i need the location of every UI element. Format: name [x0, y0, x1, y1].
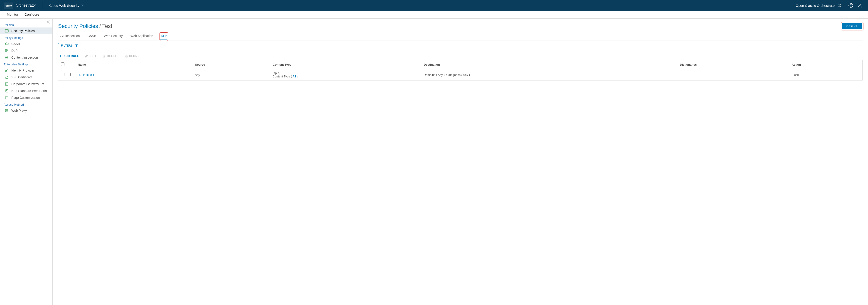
svg-rect-8	[6, 77, 8, 79]
rules-table: Name Source Content Type Destination Dic…	[58, 60, 863, 81]
cell-content-type: Input, Content Type ( All )	[270, 69, 421, 81]
brand-name: Orchestrator	[16, 3, 36, 7]
sidebar-item-casb[interactable]: CASB	[0, 40, 53, 47]
sidebar-item-non-standard-web-ports[interactable]: Non-Standard Web Ports	[0, 87, 53, 94]
row-checkbox[interactable]	[61, 73, 64, 76]
grid-icon	[5, 49, 9, 52]
sidebar-item-label: CASB	[11, 42, 20, 46]
sidebar-item-content-inspection[interactable]: Content Inspection	[0, 54, 53, 61]
pencil-icon	[85, 55, 88, 58]
sidebar-item-corporate-gateway-ips[interactable]: Corporate Gateway IPs	[0, 81, 53, 87]
sidebar-collapse-button[interactable]	[46, 21, 50, 25]
grid2-icon	[5, 82, 9, 86]
filters-button-label: FILTERS	[61, 44, 73, 47]
sidebar-item-page-customization[interactable]: Page Customization	[0, 94, 53, 101]
tab-monitor[interactable]: Monitor	[4, 11, 21, 19]
page-icon	[5, 96, 9, 100]
content-type-link[interactable]: All	[293, 75, 296, 78]
ptab-web-application[interactable]: Web Application	[130, 33, 154, 40]
sidebar-item-security-policies[interactable]: Security Policies	[0, 27, 53, 34]
trash-icon	[102, 55, 105, 58]
dots-vertical-icon	[70, 73, 71, 76]
svg-point-18	[70, 75, 71, 76]
svg-rect-12	[5, 109, 8, 110]
sidebar-item-label: Content Inspection	[11, 56, 38, 59]
dictionaries-link[interactable]: 2	[680, 73, 681, 77]
sidebar-item-label: DLP	[11, 49, 18, 52]
sidebar-item-label: Web Proxy	[11, 109, 27, 112]
col-row-menu	[67, 60, 75, 69]
filters-button[interactable]: FILTERS	[58, 43, 81, 48]
content-type-line1: Input,	[273, 71, 280, 75]
cell-destination: Domains ( Any ), Categories ( Any )	[421, 69, 677, 81]
svg-rect-4	[7, 49, 8, 50]
svg-rect-13	[5, 111, 8, 112]
content-type-prefix: Content Type (	[273, 75, 293, 78]
tab-configure[interactable]: Configure	[21, 11, 42, 19]
col-select-all	[58, 60, 67, 69]
sidebar-item-label: Identity Provider	[11, 68, 34, 72]
sidebar-item-ssl-certificate[interactable]: SSL Certificate	[0, 74, 53, 81]
col-source: Source	[192, 60, 270, 69]
ptab-ssl-inspection[interactable]: SSL Inspection	[58, 33, 80, 40]
user-icon	[857, 3, 862, 8]
table-header-row: Name Source Content Type Destination Dic…	[58, 60, 863, 69]
global-header: vmw Orchestrator Cloud Web Security Open…	[0, 0, 868, 11]
primary-tabs: Monitor Configure	[0, 11, 868, 19]
help-icon	[848, 3, 853, 8]
breadcrumb-row: Security Policies / Test PUBLISH	[58, 23, 863, 30]
main-content: Security Policies / Test PUBLISH SSL Ins…	[53, 19, 868, 305]
login-icon	[5, 29, 9, 33]
cell-action: Block	[789, 69, 862, 81]
sidebar-item-label: Non-Standard Web Ports	[11, 89, 47, 93]
col-dictionaries: Dictionaries	[677, 60, 789, 69]
external-link-icon	[838, 4, 841, 7]
sidebar-item-web-proxy[interactable]: Web Proxy	[0, 107, 53, 114]
sidebar-item-label: SSL Certificate	[11, 75, 32, 79]
brand-logo: vmw	[4, 2, 13, 9]
col-name: Name	[75, 60, 192, 69]
rule-name-link[interactable]: DLP Rule 1	[80, 73, 94, 77]
svg-rect-15	[126, 56, 127, 57]
sidebar-item-identity-provider[interactable]: Identity Provider	[0, 67, 53, 74]
add-rule-label: ADD RULE	[64, 55, 79, 58]
svg-rect-14	[125, 55, 127, 57]
select-all-checkbox[interactable]	[61, 62, 64, 66]
edit-button: EDIT	[85, 55, 96, 58]
svg-rect-6	[7, 51, 8, 52]
breadcrumb-current: Test	[102, 23, 112, 29]
sidebar-section-policy-settings: Policy Settings	[0, 34, 53, 40]
row-menu-button[interactable]	[67, 69, 75, 81]
help-button[interactable]	[846, 3, 855, 8]
ptab-casb[interactable]: CASB	[87, 33, 97, 40]
svg-point-1	[859, 4, 861, 5]
lock-icon	[5, 75, 9, 79]
cell-source: Any	[192, 69, 270, 81]
publish-button[interactable]: PUBLISH	[842, 23, 862, 29]
sidebar-section-enterprise-settings: Enterprise Settings	[0, 61, 53, 67]
filter-icon	[75, 44, 78, 47]
svg-rect-11	[6, 96, 8, 99]
svg-rect-3	[5, 49, 7, 50]
clone-label: CLONE	[129, 55, 140, 58]
user-button[interactable]	[855, 3, 864, 8]
sidebar-item-label: Corporate Gateway IPs	[11, 82, 44, 86]
context-dropdown[interactable]: Cloud Web Security	[49, 4, 84, 7]
ptab-web-security[interactable]: Web Security	[103, 33, 123, 40]
clone-button: CLONE	[125, 55, 140, 58]
plus-icon	[59, 55, 62, 58]
sidebar-item-label: Security Policies	[11, 29, 35, 33]
add-rule-button[interactable]: ADD RULE	[59, 55, 79, 58]
cloud-icon	[5, 42, 9, 46]
ptab-dlp[interactable]: DLP	[160, 33, 167, 40]
sidebar-section-access-method: Access Method	[0, 101, 53, 107]
policy-tabs: SSL Inspection CASB Web Security Web App…	[58, 33, 863, 40]
sidebar-section-policies: Policies	[0, 21, 53, 27]
open-classic-link-label: Open Classic Orchestrator	[796, 4, 836, 7]
open-classic-link[interactable]: Open Classic Orchestrator	[796, 4, 841, 7]
delete-label: DELETE	[107, 55, 119, 58]
sidebar-item-dlp[interactable]: DLP	[0, 47, 53, 54]
breadcrumb-root[interactable]: Security Policies	[58, 23, 98, 29]
col-action: Action	[789, 60, 862, 69]
key-icon	[5, 68, 9, 72]
